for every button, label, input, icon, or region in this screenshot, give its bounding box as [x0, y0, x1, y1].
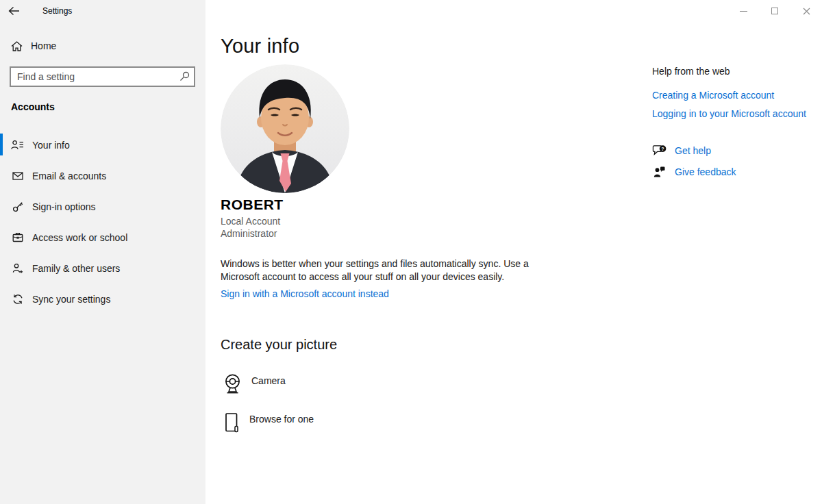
give-feedback-icon [652, 166, 667, 177]
sidebar-item-sync-settings[interactable]: Sync your settings [0, 284, 206, 314]
account-role: Administrator [221, 228, 277, 239]
help-heading: Help from the web [652, 66, 821, 77]
sidebar-item-your-info[interactable]: Your info [0, 129, 206, 160]
sidebar-item-home[interactable]: Home [11, 40, 56, 51]
window-title: Settings [42, 6, 72, 16]
get-help-row[interactable]: ? Get help [652, 144, 821, 157]
signin-microsoft-link[interactable]: Sign in with a Microsoft account instead [221, 288, 389, 299]
browse-file-icon [223, 412, 240, 433]
sidebar-item-access-work-school[interactable]: Access work or school [0, 222, 206, 253]
minimize-icon [740, 11, 747, 12]
person-add-icon [11, 263, 24, 274]
key-icon [11, 201, 24, 212]
sync-arrows-icon [11, 294, 24, 305]
home-icon [11, 41, 23, 51]
sidebar-item-label: Sign-in options [32, 201, 96, 212]
sidebar-item-label: Sync your settings [32, 294, 110, 305]
back-arrow-icon [8, 6, 26, 16]
avatar [221, 64, 349, 193]
sidebar-item-label: Family & other users [32, 263, 120, 274]
sidebar-item-family-other-users[interactable]: Family & other users [0, 253, 206, 284]
help-panel: Help from the web Creating a Microsoft a… [652, 66, 821, 186]
search-input[interactable] [10, 66, 195, 87]
maximize-button[interactable] [759, 0, 790, 22]
sidebar-home-label: Home [31, 40, 56, 51]
person-contact-card-icon [11, 140, 24, 151]
minimize-button[interactable] [727, 0, 759, 22]
search-icon [179, 71, 190, 81]
help-link-logging-in[interactable]: Logging in to your Microsoft account [652, 108, 821, 119]
user-name: ROBERT [221, 197, 284, 213]
sidebar: Settings Home Accounts Your info [0, 0, 206, 504]
back-button[interactable] [8, 4, 26, 18]
sidebar-item-label: Email & accounts [32, 171, 106, 181]
sidebar-item-sign-in-options[interactable]: Sign-in options [0, 191, 206, 222]
account-type: Local Account [221, 216, 280, 227]
give-feedback-row[interactable]: Give feedback [652, 166, 821, 177]
give-feedback-link: Give feedback [675, 166, 736, 177]
titlebar-window-controls [727, 0, 822, 22]
sync-description: Windows is better when your settings and… [221, 257, 543, 283]
help-link-creating-account[interactable]: Creating a Microsoft account [652, 90, 821, 101]
get-help-link: Get help [675, 145, 711, 156]
get-help-icon: ? [652, 144, 667, 157]
sidebar-nav: Your info Email & accounts Sign-in optio… [0, 129, 206, 314]
page-title: Your info [221, 35, 299, 58]
webcam-icon [223, 374, 242, 394]
envelope-icon [11, 171, 24, 181]
settings-window: Settings Home Accounts Your info [0, 0, 822, 504]
svg-text:?: ? [661, 147, 664, 152]
sidebar-item-label: Your info [32, 140, 70, 151]
close-button[interactable] [790, 0, 822, 22]
close-icon [803, 8, 810, 15]
search-box [10, 66, 195, 87]
camera-option-label: Camera [251, 375, 286, 386]
help-actions: ? Get help Give feedback [652, 144, 821, 177]
sidebar-item-email-accounts[interactable]: Email & accounts [0, 160, 206, 191]
briefcase-icon [11, 232, 24, 243]
sidebar-item-label: Access work or school [32, 232, 127, 243]
browse-option-label: Browse for one [249, 414, 314, 425]
avatar-photo [221, 64, 349, 193]
maximize-icon [771, 8, 778, 14]
camera-option[interactable]: Camera [223, 374, 286, 394]
create-picture-heading: Create your picture [221, 337, 337, 353]
browse-option[interactable]: Browse for one [223, 412, 314, 433]
sidebar-section-accounts: Accounts [11, 101, 55, 112]
